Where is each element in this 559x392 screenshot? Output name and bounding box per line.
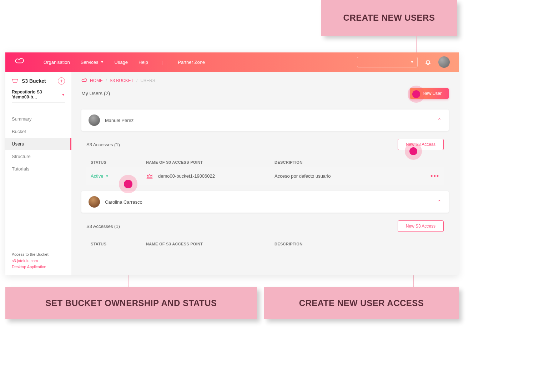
col-status: STATUS — [91, 242, 146, 246]
footer-link-desktop[interactable]: Desktop Application — [12, 264, 49, 270]
avatar — [89, 196, 100, 208]
repo-selector[interactable]: Repostiorio S3 'demo00-b… ▼ — [12, 90, 65, 103]
org-selector[interactable]: ▼ — [357, 57, 418, 67]
footer-link-s3[interactable]: s3.jotelulu.com — [12, 258, 49, 264]
user-card[interactable]: Carolina Carrasco ⌃ — [81, 191, 449, 213]
footer-label: Access to the Bucket — [12, 251, 49, 258]
callout-ownership: SET BUCKET OWNERSHIP AND STATUS — [5, 287, 257, 319]
sidebar: S3 Bucket + Repostiorio S3 'demo00-b… ▼ … — [5, 72, 71, 275]
chevron-up-icon[interactable]: ⌃ — [437, 117, 442, 123]
nav-help[interactable]: Help — [139, 60, 148, 65]
nav-partner[interactable]: Partner Zone — [178, 60, 205, 65]
breadcrumb-bucket[interactable]: S3 BUCKET — [110, 78, 134, 83]
callout-create-users: CREATE NEW USERS — [321, 0, 457, 36]
col-actions — [425, 160, 439, 164]
sidebar-item-tutorials[interactable]: Tutorials — [5, 163, 71, 175]
new-user-button[interactable]: New User — [410, 88, 449, 99]
bucket-icon — [12, 78, 18, 83]
new-s3-access-button[interactable]: New S3 Access — [398, 139, 444, 150]
access-title: S3 Accesses (1) — [86, 224, 120, 229]
table-header: STATUS NAME OF S3 ACCESS POINT DESCRIPTI… — [86, 157, 444, 167]
sidebar-item-users[interactable]: Users — [5, 138, 71, 150]
main-nav: Organisation Services▼ Usage Help | Part… — [44, 60, 205, 65]
col-name: NAME OF S3 ACCESS POINT — [146, 242, 275, 246]
breadcrumb: HOME / S3 BUCKET / USERS — [81, 78, 449, 83]
sidebar-item-structure[interactable]: Structure — [5, 150, 71, 163]
breadcrumb-users: USERS — [140, 78, 155, 83]
access-point-name: demo00-bucket1-19006022 — [158, 173, 215, 179]
access-header: S3 Accesses (1) New S3 Access — [86, 137, 444, 152]
nav-organisation[interactable]: Organisation — [44, 60, 70, 65]
cloud-icon — [81, 78, 87, 83]
main-content: HOME / S3 BUCKET / USERS My Users (2) Ne… — [71, 72, 459, 275]
more-actions-button[interactable]: ••• — [430, 172, 439, 179]
access-header: S3 Accesses (1) New S3 Access — [86, 219, 444, 233]
nav-services-label: Services — [81, 60, 99, 65]
nav-services[interactable]: Services▼ — [81, 60, 104, 65]
col-name: NAME OF S3 ACCESS POINT — [146, 160, 275, 164]
access-block: S3 Accesses (1) New S3 Access STATUS NAM… — [81, 137, 449, 185]
sidebar-title-row: S3 Bucket + — [5, 77, 71, 90]
repo-name: Repostiorio S3 'demo00-b… — [12, 90, 61, 100]
desc-cell: Acceso por defecto usuario — [275, 173, 425, 179]
header: Organisation Services▼ Usage Help | Part… — [5, 52, 459, 72]
page-title: My Users (2) — [81, 91, 110, 96]
status-label: Active — [91, 173, 103, 179]
title-row: My Users (2) New User — [81, 88, 449, 99]
breadcrumb-sep: / — [136, 78, 137, 83]
chevron-down-icon: ▼ — [105, 174, 109, 178]
col-desc: DESCRIPTION — [275, 160, 425, 164]
chevron-down-icon: ▼ — [101, 60, 104, 64]
sidebar-footer: Access to the Bucket s3.jotelulu.com Des… — [12, 251, 49, 270]
user-name: Manuel Pérez — [105, 118, 134, 123]
nav-separator: | — [162, 60, 163, 65]
app-window: Organisation Services▼ Usage Help | Part… — [5, 52, 459, 275]
status-cell[interactable]: Active▼ — [91, 173, 146, 179]
table-row: Active▼ demo00-bucket1-19006022 Acceso p… — [86, 167, 444, 185]
logo-icon — [14, 58, 26, 66]
breadcrumb-sep: / — [106, 78, 107, 83]
add-bucket-button[interactable]: + — [58, 77, 65, 85]
sidebar-item-bucket[interactable]: Bucket — [5, 125, 71, 138]
sidebar-title: S3 Bucket — [22, 78, 46, 84]
breadcrumb-home[interactable]: HOME — [90, 78, 103, 83]
access-title: S3 Accesses (1) — [86, 142, 120, 147]
chevron-down-icon: ▼ — [61, 93, 65, 97]
user-avatar[interactable] — [438, 56, 450, 68]
col-status: STATUS — [91, 160, 146, 164]
name-cell: demo00-bucket1-19006022 — [146, 173, 275, 180]
col-desc: DESCRIPTION — [275, 242, 439, 246]
user-name: Carolina Carrasco — [105, 199, 142, 205]
access-block: S3 Accesses (1) New S3 Access STATUS NAM… — [81, 219, 449, 249]
bell-icon[interactable] — [425, 59, 431, 65]
crown-icon — [146, 173, 153, 180]
header-right: ▼ — [357, 56, 450, 68]
chevron-down-icon: ▼ — [411, 60, 414, 64]
nav-usage[interactable]: Usage — [115, 60, 128, 65]
sidebar-item-summary[interactable]: Summary — [5, 113, 71, 125]
callout-new-access: CREATE NEW USER ACCESS — [264, 287, 459, 319]
chevron-up-icon[interactable]: ⌃ — [437, 199, 442, 205]
table-header: STATUS NAME OF S3 ACCESS POINT DESCRIPTI… — [86, 239, 444, 249]
user-card[interactable]: Manuel Pérez ⌃ — [81, 110, 449, 131]
new-s3-access-button[interactable]: New S3 Access — [398, 220, 444, 232]
avatar — [89, 114, 100, 126]
